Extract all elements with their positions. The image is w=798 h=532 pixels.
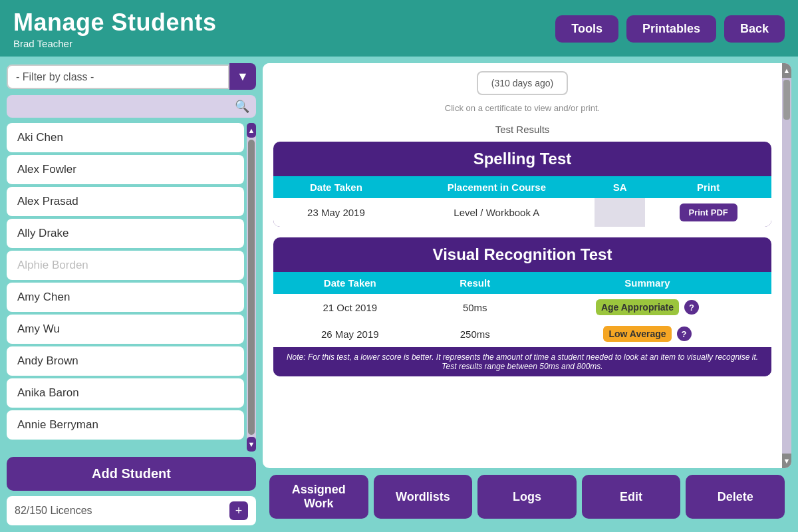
student-item[interactable]: Aki Chen — [7, 123, 244, 152]
cell-placement: Level / Workbook A — [399, 198, 595, 227]
cell-summary: Low Average ? — [523, 321, 771, 347]
search-icon: 🔍 — [235, 99, 249, 114]
cell-result: 250ms — [427, 321, 523, 347]
spelling-test-table: Date Taken Placement in Course SA Print … — [273, 176, 771, 227]
vrt-note: Note: For this test, a lower score is be… — [273, 347, 771, 376]
test-results-section: Test Results Spelling Test Date Taken Pl… — [263, 117, 782, 394]
student-list-scrollbar[interactable]: ▲ ▼ — [247, 123, 256, 452]
bottom-tab-assigned-work[interactable]: Assigned Work — [269, 475, 368, 519]
bottom-tabs: Assigned WorkWordlistsLogsEditDelete — [263, 468, 791, 525]
help-icon[interactable]: ? — [677, 327, 692, 341]
vrt-col-result: Result — [427, 272, 523, 294]
cell-sa — [595, 198, 645, 227]
right-panel-scrollbar[interactable]: ▲ ▼ — [782, 63, 791, 468]
filter-row: - Filter by class - ▼ — [7, 63, 256, 90]
cell-summary: Age Appropriate ? — [523, 294, 771, 321]
add-student-button[interactable]: Add Student — [7, 457, 256, 491]
summary-badge: Age Appropriate — [596, 299, 679, 315]
vrt-col-summary: Summary — [523, 272, 771, 294]
bottom-tab-logs[interactable]: Logs — [477, 475, 577, 519]
right-scroll-thumb — [783, 80, 790, 120]
vrt-card: Visual Recognition Test Date Taken Resul… — [273, 237, 771, 376]
cell-date: 26 May 2019 — [273, 321, 427, 347]
scroll-up-arrow[interactable]: ▲ — [247, 123, 256, 138]
header-left: Manage Students Brad Teacher — [13, 9, 217, 49]
spelling-test-card: Spelling Test Date Taken Placement in Co… — [273, 142, 771, 227]
left-panel: - Filter by class - ▼ 🔍 Aki ChenAlex Fow… — [7, 63, 256, 525]
bottom-tab-delete[interactable]: Delete — [686, 475, 785, 519]
spelling-col-sa: SA — [595, 176, 645, 198]
spelling-col-placement: Placement in Course — [399, 176, 595, 198]
printables-button[interactable]: Printables — [626, 15, 716, 43]
scroll-down-arrow[interactable]: ▼ — [247, 437, 256, 452]
header-subtitle: Brad Teacher — [13, 38, 217, 49]
cert-section: (310 days ago) Click on a certificate to… — [263, 63, 782, 117]
cert-hint: Click on a certificate to view and/or pr… — [445, 103, 600, 113]
licences-row: 82/150 Licences + — [7, 496, 256, 525]
cell-result: 50ms — [427, 294, 523, 321]
filter-chevron-button[interactable]: ▼ — [229, 63, 256, 90]
student-item[interactable]: Alex Prasad — [7, 187, 244, 216]
spelling-test-title: Spelling Test — [273, 142, 771, 176]
scroll-thumb — [248, 140, 255, 435]
back-button[interactable]: Back — [724, 15, 785, 43]
table-row: 26 May 2019 250ms Low Average ? — [273, 321, 771, 347]
header-buttons: Tools Printables Back — [555, 15, 785, 43]
right-scroll-up[interactable]: ▲ — [782, 63, 791, 78]
cert-box[interactable]: (310 days ago) — [477, 71, 568, 95]
right-outer: (310 days ago) Click on a certificate to… — [263, 63, 791, 525]
student-item[interactable]: Andy Brown — [7, 346, 244, 376]
student-item[interactable]: Alphie Borden — [7, 251, 244, 280]
header: Manage Students Brad Teacher Tools Print… — [0, 0, 798, 57]
student-item[interactable]: Amy Wu — [7, 315, 244, 344]
main-layout: - Filter by class - ▼ 🔍 Aki ChenAlex Fow… — [0, 57, 798, 532]
spelling-col-date: Date Taken — [273, 176, 399, 198]
student-item[interactable]: Alex Fowler — [7, 155, 244, 184]
spelling-col-print: Print — [645, 176, 771, 198]
summary-badge: Low Average — [603, 326, 671, 342]
bottom-tab-edit[interactable]: Edit — [582, 475, 681, 519]
student-list-area: Aki ChenAlex FowlerAlex PrasadAlly Drake… — [7, 123, 256, 452]
vrt-table: Date Taken Result Summary 21 Oct 2019 50… — [273, 272, 771, 347]
student-item[interactable]: Ally Drake — [7, 219, 244, 248]
cell-date: 21 Oct 2019 — [273, 294, 427, 321]
student-item[interactable]: Amy Chen — [7, 283, 244, 312]
help-icon[interactable]: ? — [684, 300, 699, 315]
vrt-col-date: Date Taken — [273, 272, 427, 294]
student-item[interactable]: Annie Berryman — [7, 410, 244, 440]
student-list: Aki ChenAlex FowlerAlex PrasadAlly Drake… — [7, 123, 244, 452]
print-pdf-button[interactable]: Print PDF — [680, 203, 737, 221]
right-content-scroll[interactable]: (310 days ago) Click on a certificate to… — [263, 63, 782, 468]
tools-button[interactable]: Tools — [555, 15, 618, 43]
table-row: 21 Oct 2019 50ms Age Appropriate ? — [273, 294, 771, 321]
table-row: 23 May 2019 Level / Workbook A Print PDF — [273, 198, 771, 227]
student-item[interactable]: Anika Baron — [7, 378, 244, 408]
spelling-test-header-row: Date Taken Placement in Course SA Print — [273, 176, 771, 198]
bottom-tab-wordlists[interactable]: Wordlists — [374, 475, 473, 519]
vrt-header-row: Date Taken Result Summary — [273, 272, 771, 294]
test-results-title: Test Results — [273, 124, 771, 135]
right-content-area: (310 days ago) Click on a certificate to… — [263, 63, 791, 468]
vrt-title: Visual Recognition Test — [273, 237, 771, 272]
cell-print: Print PDF — [645, 198, 771, 227]
filter-select[interactable]: - Filter by class - — [7, 65, 229, 89]
cell-date: 23 May 2019 — [273, 198, 399, 227]
page-title: Manage Students — [13, 9, 217, 37]
search-row: 🔍 — [7, 95, 256, 118]
search-input[interactable] — [13, 101, 231, 112]
licences-plus-button[interactable]: + — [229, 501, 248, 520]
right-scroll-down[interactable]: ▼ — [782, 454, 791, 468]
licences-text: 82/150 Licences — [15, 505, 229, 517]
